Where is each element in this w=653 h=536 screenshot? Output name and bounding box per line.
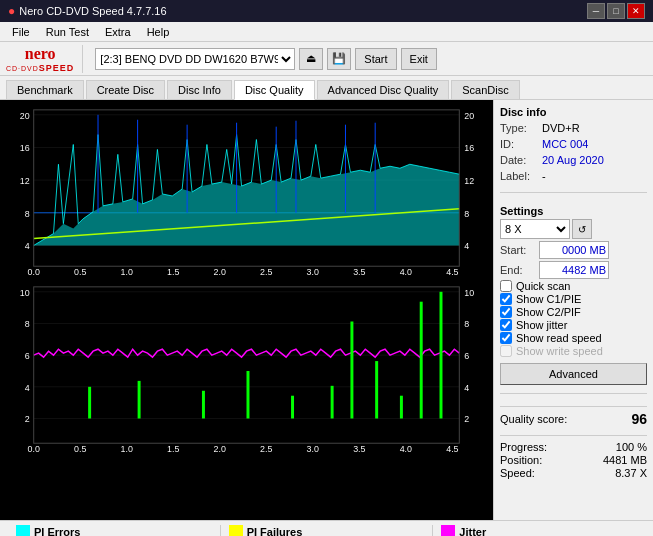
drive-select[interactable]: [2:3] BENQ DVD DD DW1620 B7W9 xyxy=(95,48,295,70)
show-c1pie-checkbox[interactable] xyxy=(500,293,512,305)
svg-text:1.5: 1.5 xyxy=(167,444,179,454)
svg-text:4: 4 xyxy=(464,383,469,393)
speed-row: 8 X ↺ xyxy=(500,219,647,239)
svg-text:2.5: 2.5 xyxy=(260,444,272,454)
svg-text:20: 20 xyxy=(464,111,474,121)
show-write-speed-label: Show write speed xyxy=(516,345,603,357)
quick-scan-checkbox[interactable] xyxy=(500,280,512,292)
show-jitter-row: Show jitter xyxy=(500,319,647,331)
divider1 xyxy=(500,192,647,193)
tab-benchmark[interactable]: Benchmark xyxy=(6,80,84,99)
end-input[interactable] xyxy=(539,261,609,279)
start-input[interactable] xyxy=(539,241,609,259)
quality-score-section: Quality score: 96 xyxy=(500,406,647,427)
pi-errors-color xyxy=(16,525,30,536)
advanced-button[interactable]: Advanced xyxy=(500,363,647,385)
svg-text:10: 10 xyxy=(464,288,474,298)
pi-errors-header: PI Errors xyxy=(16,525,212,536)
svg-text:4.5: 4.5 xyxy=(446,267,458,277)
jitter-color xyxy=(441,525,455,536)
svg-text:4: 4 xyxy=(25,241,30,251)
menu-help[interactable]: Help xyxy=(139,24,178,40)
tab-disc-info[interactable]: Disc Info xyxy=(167,80,232,99)
svg-text:8: 8 xyxy=(25,209,30,219)
disc-label-row: Label: - xyxy=(500,168,647,184)
maximize-button[interactable]: □ xyxy=(607,3,625,19)
settings-section: Settings 8 X ↺ Start: End: Quick scan xyxy=(500,205,647,385)
close-button[interactable]: ✕ xyxy=(627,3,645,19)
date-value: 20 Aug 2020 xyxy=(542,152,604,168)
speed-select[interactable]: 8 X xyxy=(500,219,570,239)
svg-text:12: 12 xyxy=(20,176,30,186)
date-label: Date: xyxy=(500,152,538,168)
menu-file[interactable]: File xyxy=(4,24,38,40)
position-label: Position: xyxy=(500,454,542,466)
position-row: Position: 4481 MB xyxy=(500,454,647,466)
titlebar-title: ● Nero CD-DVD Speed 4.7.7.16 xyxy=(8,4,167,18)
start-button[interactable]: Start xyxy=(355,48,396,70)
svg-rect-46 xyxy=(202,391,205,419)
titlebar: ● Nero CD-DVD Speed 4.7.7.16 ─ □ ✕ xyxy=(0,0,653,22)
pi-errors-label: PI Errors xyxy=(34,526,80,536)
show-c2pif-row: Show C2/PIF xyxy=(500,306,647,318)
show-write-speed-checkbox[interactable] xyxy=(500,345,512,357)
disc-type-row: Type: DVD+R xyxy=(500,120,647,136)
progress-value: 100 % xyxy=(616,441,647,453)
type-value: DVD+R xyxy=(542,120,580,136)
pi-failures-label: PI Failures xyxy=(247,526,303,536)
progress-label: Progress: xyxy=(500,441,547,453)
svg-text:2.5: 2.5 xyxy=(260,267,272,277)
settings-title: Settings xyxy=(500,205,647,217)
svg-text:8: 8 xyxy=(25,319,30,329)
svg-text:12: 12 xyxy=(464,176,474,186)
svg-rect-45 xyxy=(138,381,141,419)
disc-id-row: ID: MCC 004 xyxy=(500,136,647,152)
svg-rect-54 xyxy=(440,292,443,419)
svg-text:4: 4 xyxy=(25,383,30,393)
position-value: 4481 MB xyxy=(603,454,647,466)
eject-icon-btn[interactable]: ⏏ xyxy=(299,48,323,70)
show-jitter-checkbox[interactable] xyxy=(500,319,512,331)
speed-label: Speed: xyxy=(500,467,535,479)
svg-text:8: 8 xyxy=(464,319,469,329)
progress-row: Progress: 100 % xyxy=(500,441,647,453)
svg-text:10: 10 xyxy=(20,288,30,298)
exit-button[interactable]: Exit xyxy=(401,48,437,70)
menu-extra[interactable]: Extra xyxy=(97,24,139,40)
show-c2pif-checkbox[interactable] xyxy=(500,306,512,318)
show-read-speed-checkbox[interactable] xyxy=(500,332,512,344)
tab-disc-quality[interactable]: Disc Quality xyxy=(234,80,315,100)
refresh-btn[interactable]: ↺ xyxy=(572,219,592,239)
svg-text:4.0: 4.0 xyxy=(400,267,412,277)
pi-failures-color xyxy=(229,525,243,536)
jitter-block: Jitter Average: 8.40 % Maximum: 9.5 % PO… xyxy=(433,525,645,536)
svg-text:6: 6 xyxy=(464,351,469,361)
menubar: File Run Test Extra Help xyxy=(0,22,653,42)
svg-text:2.0: 2.0 xyxy=(214,444,226,454)
charts-area: 20 16 12 8 4 20 16 12 8 4 0.0 0.5 1.0 1.… xyxy=(0,100,493,520)
bottom-stats: PI Errors Average: 3.02 Maximum: 15 Tota… xyxy=(0,520,653,536)
top-chart-svg: 20 16 12 8 4 20 16 12 8 4 0.0 0.5 1.0 1.… xyxy=(4,104,489,279)
quality-score-value: 96 xyxy=(631,411,647,427)
svg-text:3.0: 3.0 xyxy=(307,267,319,277)
start-label: Start: xyxy=(500,244,535,256)
tab-create-disc[interactable]: Create Disc xyxy=(86,80,165,99)
id-label: ID: xyxy=(500,136,538,152)
label-value: - xyxy=(542,168,546,184)
minimize-button[interactable]: ─ xyxy=(587,3,605,19)
pi-failures-block: PI Failures Average: 0.01 Maximum: 7 Tot… xyxy=(221,525,434,536)
menu-run-test[interactable]: Run Test xyxy=(38,24,97,40)
label-label: Label: xyxy=(500,168,538,184)
show-c1pie-row: Show C1/PIE xyxy=(500,293,647,305)
svg-text:3.5: 3.5 xyxy=(353,267,365,277)
tab-advanced-disc-quality[interactable]: Advanced Disc Quality xyxy=(317,80,450,99)
main-content: 20 16 12 8 4 20 16 12 8 4 0.0 0.5 1.0 1.… xyxy=(0,100,653,520)
show-jitter-label: Show jitter xyxy=(516,319,567,331)
save-icon-btn[interactable]: 💾 xyxy=(327,48,351,70)
nero-logo-block: nero CD·DVDSPEED xyxy=(6,45,83,73)
disc-info-title: Disc info xyxy=(500,106,647,118)
jitter-header: Jitter xyxy=(441,525,637,536)
svg-text:4: 4 xyxy=(464,241,469,251)
tab-scandisc[interactable]: ScanDisc xyxy=(451,80,519,99)
pi-errors-block: PI Errors Average: 3.02 Maximum: 15 Tota… xyxy=(8,525,221,536)
